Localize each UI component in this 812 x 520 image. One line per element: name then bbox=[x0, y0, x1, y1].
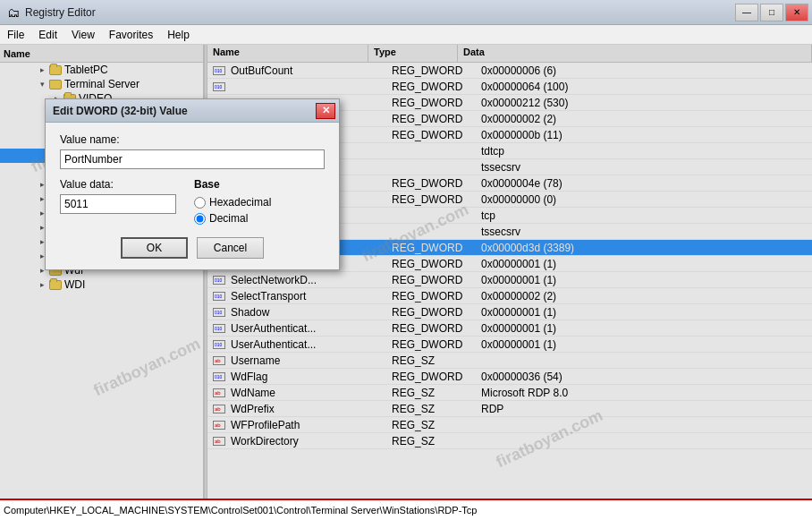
menu-item-view[interactable]: View bbox=[64, 27, 102, 43]
base-group: Base Hexadecimal Decimal bbox=[194, 178, 271, 225]
modal-title-bar: Edit DWORD (32-bit) Value ✕ bbox=[46, 99, 339, 123]
modal-row: Value data: Base Hexadecimal Decimal bbox=[60, 178, 325, 225]
hexadecimal-radio[interactable] bbox=[194, 197, 206, 209]
cancel-button[interactable]: Cancel bbox=[197, 237, 264, 259]
menu-item-file[interactable]: File bbox=[0, 27, 31, 43]
menu-item-help[interactable]: Help bbox=[160, 27, 197, 43]
decimal-radio-label[interactable]: Decimal bbox=[194, 212, 271, 225]
close-window-button[interactable]: ✕ bbox=[785, 4, 808, 21]
status-bar: Computer\HKEY_LOCAL_MACHINE\SYSTEM\Contr… bbox=[0, 499, 812, 520]
hexadecimal-label: Hexadecimal bbox=[209, 196, 271, 209]
decimal-radio[interactable] bbox=[194, 213, 206, 225]
title-bar-buttons: — □ ✕ bbox=[735, 4, 808, 21]
menu-bar: FileEditViewFavoritesHelp bbox=[0, 25, 812, 45]
modal-title: Edit DWORD (32-bit) Value bbox=[53, 105, 188, 117]
modal-buttons: OK Cancel bbox=[60, 237, 325, 259]
app-title: Registry Editor bbox=[25, 6, 96, 19]
ok-button[interactable]: OK bbox=[121, 237, 188, 259]
value-data-input[interactable] bbox=[60, 194, 176, 214]
value-name-label: Value name: bbox=[60, 133, 325, 146]
title-bar: 🗂 Registry Editor — □ ✕ bbox=[0, 0, 812, 25]
minimize-button[interactable]: — bbox=[735, 4, 758, 21]
status-path: Computer\HKEY_LOCAL_MACHINE\SYSTEM\Contr… bbox=[4, 505, 477, 516]
decimal-label: Decimal bbox=[209, 212, 248, 225]
menu-item-favorites[interactable]: Favorites bbox=[102, 27, 160, 43]
main-area: firatboyan.comfiratboyan.comfiratboyan.c… bbox=[0, 45, 812, 499]
hexadecimal-radio-label[interactable]: Hexadecimal bbox=[194, 196, 271, 209]
edit-dword-dialog: Edit DWORD (32-bit) Value ✕ Value name: … bbox=[45, 98, 340, 270]
menu-item-edit[interactable]: Edit bbox=[31, 27, 64, 43]
base-label: Base bbox=[194, 178, 271, 191]
modal-overlay: Edit DWORD (32-bit) Value ✕ Value name: … bbox=[0, 45, 812, 499]
app-icon: 🗂 bbox=[7, 5, 20, 20]
title-bar-left: 🗂 Registry Editor bbox=[7, 5, 96, 20]
modal-close-button[interactable]: ✕ bbox=[316, 103, 335, 119]
maximize-button[interactable]: □ bbox=[760, 4, 783, 21]
modal-body: Value name: Value data: Base Hexadecimal bbox=[46, 123, 339, 269]
value-name-input[interactable] bbox=[60, 149, 325, 169]
value-data-section: Value data: bbox=[60, 178, 176, 214]
value-data-label: Value data: bbox=[60, 178, 176, 191]
